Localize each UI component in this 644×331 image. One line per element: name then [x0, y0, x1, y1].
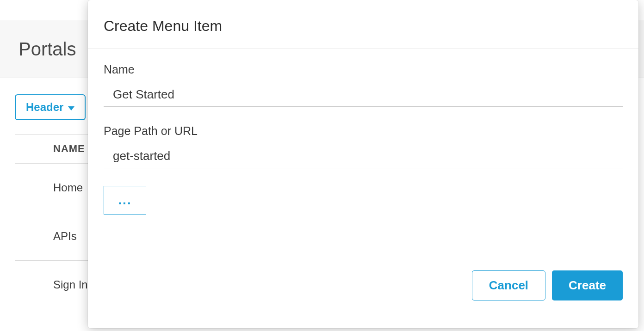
cancel-button[interactable]: Cancel — [472, 270, 545, 300]
page-title: Portals — [19, 39, 76, 60]
header-dropdown-label: Header — [26, 101, 63, 114]
chevron-down-icon — [68, 106, 74, 110]
header-dropdown[interactable]: Header — [15, 94, 86, 120]
row-name: Home — [53, 181, 83, 194]
name-input[interactable] — [104, 83, 623, 107]
row-name: Sign In — [53, 278, 88, 291]
modal-title: Create Menu Item — [88, 0, 638, 49]
more-options-button[interactable]: ... — [104, 186, 146, 215]
name-label: Name — [104, 63, 623, 76]
path-label: Page Path or URL — [104, 124, 623, 138]
row-name: APIs — [53, 230, 77, 242]
create-button[interactable]: Create — [552, 270, 623, 300]
create-menu-item-modal: Create Menu Item Name Page Path or URL .… — [88, 0, 638, 328]
path-input[interactable] — [104, 144, 623, 168]
